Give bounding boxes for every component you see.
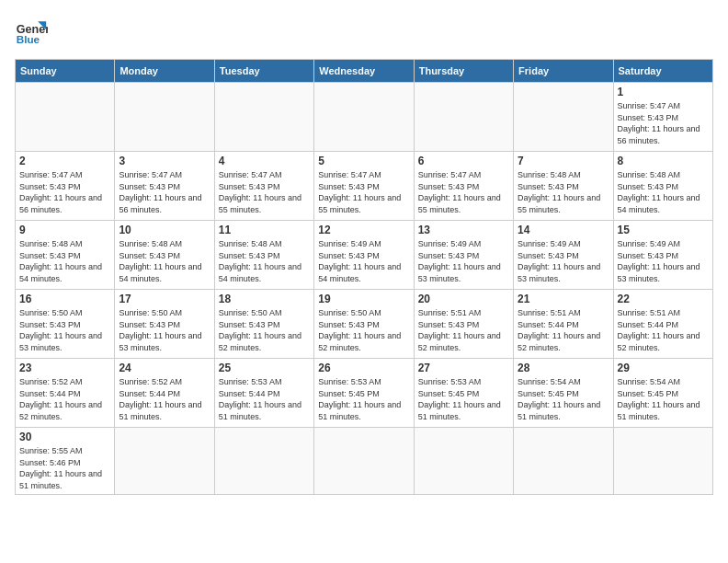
day-number: 9: [19, 224, 110, 236]
day-info: Sunrise: 5:50 AM Sunset: 5:43 PM Dayligh…: [19, 307, 110, 353]
calendar-cell: [314, 428, 414, 495]
day-number: 3: [119, 155, 210, 167]
calendar-cell: [214, 428, 313, 495]
day-info: Sunrise: 5:49 AM Sunset: 5:43 PM Dayligh…: [318, 238, 409, 284]
day-number: 7: [518, 155, 609, 167]
calendar-cell: 30Sunrise: 5:55 AM Sunset: 5:46 PM Dayli…: [16, 428, 115, 495]
calendar-cell: 13Sunrise: 5:49 AM Sunset: 5:43 PM Dayli…: [414, 221, 513, 290]
day-info: Sunrise: 5:51 AM Sunset: 5:43 PM Dayligh…: [418, 307, 509, 353]
day-info: Sunrise: 5:47 AM Sunset: 5:43 PM Dayligh…: [119, 169, 210, 215]
day-info: Sunrise: 5:47 AM Sunset: 5:43 PM Dayligh…: [418, 169, 509, 215]
calendar-cell: [214, 83, 313, 152]
calendar-row: 30Sunrise: 5:55 AM Sunset: 5:46 PM Dayli…: [16, 428, 713, 495]
calendar-cell: 16Sunrise: 5:50 AM Sunset: 5:43 PM Dayli…: [16, 290, 115, 359]
calendar-cell: 24Sunrise: 5:52 AM Sunset: 5:44 PM Dayli…: [115, 359, 214, 428]
day-info: Sunrise: 5:48 AM Sunset: 5:43 PM Dayligh…: [119, 238, 210, 284]
calendar-cell: 9Sunrise: 5:48 AM Sunset: 5:43 PM Daylig…: [16, 221, 115, 290]
calendar-cell: 19Sunrise: 5:50 AM Sunset: 5:43 PM Dayli…: [314, 290, 414, 359]
weekday-header-cell: Tuesday: [214, 60, 313, 83]
calendar-cell: [115, 428, 214, 495]
day-info: Sunrise: 5:49 AM Sunset: 5:43 PM Dayligh…: [418, 238, 509, 284]
day-info: Sunrise: 5:51 AM Sunset: 5:44 PM Dayligh…: [518, 307, 609, 353]
calendar-row: 16Sunrise: 5:50 AM Sunset: 5:43 PM Dayli…: [16, 290, 713, 359]
calendar-cell: [613, 428, 712, 495]
day-number: 10: [119, 224, 210, 236]
day-info: Sunrise: 5:47 AM Sunset: 5:43 PM Dayligh…: [318, 169, 409, 215]
day-number: 30: [19, 431, 110, 443]
calendar-cell: 12Sunrise: 5:49 AM Sunset: 5:43 PM Dayli…: [314, 221, 414, 290]
day-number: 26: [318, 362, 409, 374]
day-info: Sunrise: 5:53 AM Sunset: 5:45 PM Dayligh…: [318, 376, 409, 422]
calendar-body: 1Sunrise: 5:47 AM Sunset: 5:43 PM Daylig…: [16, 83, 713, 495]
calendar-cell: 5Sunrise: 5:47 AM Sunset: 5:43 PM Daylig…: [314, 152, 414, 221]
calendar-cell: 2Sunrise: 5:47 AM Sunset: 5:43 PM Daylig…: [16, 152, 115, 221]
calendar-cell: 26Sunrise: 5:53 AM Sunset: 5:45 PM Dayli…: [314, 359, 414, 428]
weekday-header-cell: Friday: [514, 60, 613, 83]
day-info: Sunrise: 5:48 AM Sunset: 5:43 PM Dayligh…: [518, 169, 609, 215]
calendar-cell: 21Sunrise: 5:51 AM Sunset: 5:44 PM Dayli…: [514, 290, 613, 359]
weekday-header-cell: Saturday: [613, 60, 712, 83]
day-number: 15: [618, 224, 709, 236]
day-number: 17: [119, 293, 210, 305]
calendar-cell: 23Sunrise: 5:52 AM Sunset: 5:44 PM Dayli…: [16, 359, 115, 428]
weekday-header-cell: Sunday: [16, 60, 115, 83]
calendar-cell: [314, 83, 414, 152]
calendar-table: SundayMondayTuesdayWednesdayThursdayFrid…: [15, 59, 713, 495]
day-info: Sunrise: 5:47 AM Sunset: 5:43 PM Dayligh…: [219, 169, 310, 215]
day-number: 8: [618, 155, 709, 167]
weekday-header-cell: Monday: [115, 60, 214, 83]
weekday-header-cell: Thursday: [414, 60, 513, 83]
logo-icon: General Blue: [15, 15, 48, 48]
day-number: 13: [418, 224, 509, 236]
day-info: Sunrise: 5:49 AM Sunset: 5:43 PM Dayligh…: [618, 238, 709, 284]
calendar-cell: [115, 83, 214, 152]
calendar-row: 23Sunrise: 5:52 AM Sunset: 5:44 PM Dayli…: [16, 359, 713, 428]
day-info: Sunrise: 5:50 AM Sunset: 5:43 PM Dayligh…: [119, 307, 210, 353]
day-info: Sunrise: 5:47 AM Sunset: 5:43 PM Dayligh…: [618, 100, 709, 146]
logo: General Blue: [15, 15, 48, 48]
day-info: Sunrise: 5:52 AM Sunset: 5:44 PM Dayligh…: [19, 376, 110, 422]
day-number: 6: [418, 155, 509, 167]
day-info: Sunrise: 5:48 AM Sunset: 5:43 PM Dayligh…: [219, 238, 310, 284]
day-info: Sunrise: 5:53 AM Sunset: 5:45 PM Dayligh…: [418, 376, 509, 422]
calendar-cell: 27Sunrise: 5:53 AM Sunset: 5:45 PM Dayli…: [414, 359, 513, 428]
calendar-cell: 8Sunrise: 5:48 AM Sunset: 5:43 PM Daylig…: [613, 152, 712, 221]
calendar-cell: 28Sunrise: 5:54 AM Sunset: 5:45 PM Dayli…: [514, 359, 613, 428]
day-info: Sunrise: 5:54 AM Sunset: 5:45 PM Dayligh…: [518, 376, 609, 422]
day-info: Sunrise: 5:50 AM Sunset: 5:43 PM Dayligh…: [219, 307, 310, 353]
calendar-cell: 29Sunrise: 5:54 AM Sunset: 5:45 PM Dayli…: [613, 359, 712, 428]
weekday-header-row: SundayMondayTuesdayWednesdayThursdayFrid…: [16, 60, 713, 83]
day-info: Sunrise: 5:51 AM Sunset: 5:44 PM Dayligh…: [618, 307, 709, 353]
day-number: 22: [618, 293, 709, 305]
calendar-cell: 15Sunrise: 5:49 AM Sunset: 5:43 PM Dayli…: [613, 221, 712, 290]
calendar-cell: [414, 83, 513, 152]
day-number: 19: [318, 293, 409, 305]
calendar-cell: 3Sunrise: 5:47 AM Sunset: 5:43 PM Daylig…: [115, 152, 214, 221]
day-number: 16: [19, 293, 110, 305]
calendar-cell: 1Sunrise: 5:47 AM Sunset: 5:43 PM Daylig…: [613, 83, 712, 152]
day-info: Sunrise: 5:50 AM Sunset: 5:43 PM Dayligh…: [318, 307, 409, 353]
calendar-cell: [514, 83, 613, 152]
day-number: 4: [219, 155, 310, 167]
day-info: Sunrise: 5:47 AM Sunset: 5:43 PM Dayligh…: [19, 169, 110, 215]
calendar-cell: 6Sunrise: 5:47 AM Sunset: 5:43 PM Daylig…: [414, 152, 513, 221]
calendar-row: 9Sunrise: 5:48 AM Sunset: 5:43 PM Daylig…: [16, 221, 713, 290]
day-info: Sunrise: 5:49 AM Sunset: 5:43 PM Dayligh…: [518, 238, 609, 284]
day-info: Sunrise: 5:53 AM Sunset: 5:44 PM Dayligh…: [219, 376, 310, 422]
day-number: 2: [19, 155, 110, 167]
calendar-cell: [414, 428, 513, 495]
day-number: 27: [418, 362, 509, 374]
day-number: 20: [418, 293, 509, 305]
calendar-cell: 7Sunrise: 5:48 AM Sunset: 5:43 PM Daylig…: [514, 152, 613, 221]
day-info: Sunrise: 5:48 AM Sunset: 5:43 PM Dayligh…: [19, 238, 110, 284]
day-info: Sunrise: 5:54 AM Sunset: 5:45 PM Dayligh…: [618, 376, 709, 422]
svg-text:Blue: Blue: [17, 33, 40, 45]
day-number: 5: [318, 155, 409, 167]
day-info: Sunrise: 5:52 AM Sunset: 5:44 PM Dayligh…: [119, 376, 210, 422]
calendar-cell: 20Sunrise: 5:51 AM Sunset: 5:43 PM Dayli…: [414, 290, 513, 359]
day-number: 12: [318, 224, 409, 236]
day-number: 18: [219, 293, 310, 305]
calendar-cell: 22Sunrise: 5:51 AM Sunset: 5:44 PM Dayli…: [613, 290, 712, 359]
day-info: Sunrise: 5:48 AM Sunset: 5:43 PM Dayligh…: [618, 169, 709, 215]
day-info: Sunrise: 5:55 AM Sunset: 5:46 PM Dayligh…: [19, 445, 110, 491]
